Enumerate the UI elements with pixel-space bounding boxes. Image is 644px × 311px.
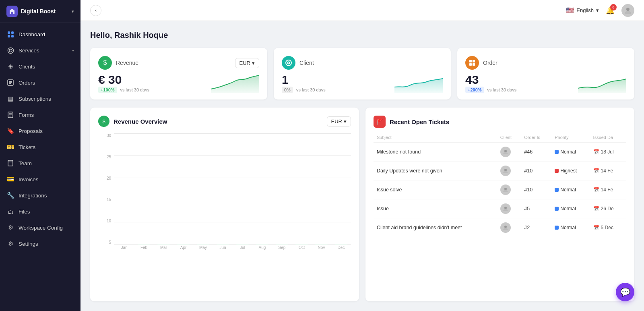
client-badge: 0%	[282, 87, 293, 93]
calendar-icon-3: 📅	[593, 187, 599, 193]
sidebar-item-settings[interactable]: ⚙ Settings	[0, 236, 80, 252]
revenue-overview-card: $ Revenue Overview EUR ▾ 30 25 20	[90, 108, 359, 301]
sidebar-item-clients[interactable]: ⊕ Clients	[0, 58, 80, 75]
avatar	[500, 185, 511, 195]
svg-rect-18	[469, 60, 472, 62]
date-cell-2: 📅 14 Fe	[593, 168, 623, 174]
sidebar-item-subscriptions[interactable]: ▤ Subscriptions	[0, 91, 80, 107]
workspace-icon: ⚙	[6, 224, 14, 232]
sidebar-item-orders[interactable]: Orders	[0, 75, 80, 91]
services-chevron-icon: ▾	[72, 48, 74, 53]
sidebar-label-forms: Forms	[19, 112, 74, 118]
sidebar-logo[interactable]: Digital Boost ▾	[0, 0, 80, 23]
y-label-15: 15	[107, 197, 111, 202]
subject-2: Daily Updates were not given	[374, 162, 497, 180]
bar-nov	[312, 244, 331, 245]
sidebar-item-tickets[interactable]: 🎫 Tickets	[0, 139, 80, 155]
client-footer: 0% vs last 30 days	[282, 87, 326, 93]
sidebar-item-team[interactable]: Team	[0, 155, 80, 171]
chart-card-header: $ Revenue Overview EUR ▾	[98, 116, 351, 127]
logo-chevron-icon: ▾	[72, 9, 74, 14]
order-badge: +200%	[465, 87, 484, 93]
sidebar-item-invoices[interactable]: 💳 Invoices	[0, 171, 80, 187]
table-row: Issue solve #10 Normal	[374, 180, 626, 199]
sidebar-item-proposals[interactable]: 🔖 Proposals	[0, 123, 80, 139]
tickets-header: 🚩 Recent Open Tickets	[374, 116, 626, 128]
priority-tag-1: Normal	[555, 149, 586, 155]
notifications-button[interactable]: 🔔 6	[604, 4, 617, 17]
order-id-1: #46	[521, 143, 551, 162]
stat-title-row-order: Order	[465, 56, 497, 70]
sidebar: Digital Boost ▾ Dashboard	[0, 0, 80, 311]
revenue-mini-chart	[211, 73, 259, 93]
settings-icon: ⚙	[6, 240, 14, 248]
page-content: Hello, Rashik Hoque $ Revenue EUR ▾	[80, 21, 644, 311]
svg-point-4	[8, 48, 13, 53]
revenue-currency-select[interactable]: EUR ▾	[235, 58, 259, 68]
files-icon: 🗂	[6, 207, 14, 216]
client-title: Client	[299, 60, 314, 66]
sidebar-label-subscriptions: Subscriptions	[19, 96, 74, 102]
priority-dot-4	[555, 207, 559, 211]
revenue-footer: +100% vs last 30 days	[98, 87, 149, 93]
subject-5: Client aid brand guidelines didn't meet	[374, 218, 497, 237]
tickets-card: 🚩 Recent Open Tickets Subject Client Ord…	[365, 108, 634, 301]
stat-card-header-client: Client	[282, 56, 443, 70]
sidebar-item-files[interactable]: 🗂 Files	[0, 203, 80, 220]
bottom-row: $ Revenue Overview EUR ▾ 30 25 20	[90, 108, 634, 301]
chat-fab-button[interactable]: 💬	[616, 283, 634, 301]
y-label-30: 30	[107, 133, 111, 138]
notifications-badge: 6	[610, 4, 617, 10]
page-greeting: Hello, Rashik Hoque	[90, 31, 634, 40]
client-icon	[282, 56, 295, 70]
x-aug: Aug	[252, 245, 272, 254]
priority-label-1: Normal	[560, 149, 576, 155]
date-value-5: 5 Dec	[601, 225, 613, 230]
x-may: May	[193, 245, 213, 254]
orders-icon	[6, 79, 14, 87]
sidebar-label-team: Team	[19, 160, 74, 166]
date-5: 📅 5 Dec	[590, 218, 626, 237]
client-mini-chart	[394, 73, 443, 93]
bar-aug	[252, 244, 272, 245]
sidebar-label-settings: Settings	[19, 241, 74, 247]
order-footer: +200% vs last 30 days	[465, 87, 516, 93]
bar-jun	[213, 244, 233, 245]
stat-title-row-revenue: $ Revenue	[98, 56, 138, 70]
user-avatar[interactable]	[621, 4, 634, 17]
y-label-25: 25	[107, 155, 111, 159]
sidebar-item-dashboard[interactable]: Dashboard	[0, 26, 80, 42]
sidebar-item-workspace[interactable]: ⚙ Workspace Config	[0, 220, 80, 236]
table-row: Daily Updates were not given #10 H	[374, 162, 626, 180]
chart-currency-label: EUR	[331, 118, 342, 124]
chart-currency-select[interactable]: EUR ▾	[327, 116, 351, 126]
sidebar-toggle-button[interactable]: ‹	[90, 5, 101, 16]
bar-oct	[292, 244, 312, 245]
client-avatar-1	[497, 143, 521, 162]
sidebar-item-forms[interactable]: Forms	[0, 107, 80, 123]
date-value-2: 14 Fe	[601, 168, 613, 174]
dashboard-icon	[6, 30, 14, 38]
chat-icon: 💬	[620, 287, 630, 297]
chart-select-chevron: ▾	[344, 118, 347, 124]
order-icon	[465, 56, 479, 70]
svg-point-24	[504, 188, 507, 190]
svg-point-22	[504, 150, 507, 152]
main-area: ‹ 🇺🇸 English ▾ 🔔 6 Hello, Rashik Hoque	[80, 0, 644, 311]
sidebar-label-orders: Orders	[19, 80, 74, 86]
sidebar-item-services[interactable]: Services ▾	[0, 42, 80, 58]
language-selector[interactable]: 🇺🇸 English ▾	[566, 6, 599, 14]
sidebar-item-integrations[interactable]: 🔧 Integrations	[0, 187, 80, 203]
x-feb: Feb	[134, 245, 154, 254]
revenue-select-chevron: ▾	[252, 60, 255, 66]
logo-icon	[6, 6, 18, 17]
table-header-row: Subject Client Order Id Priority Issued …	[374, 133, 626, 143]
sidebar-label-services: Services	[19, 48, 68, 54]
date-value-4: 26 De	[601, 206, 614, 211]
date-4: 📅 26 De	[590, 199, 626, 218]
tickets-title: Recent Open Tickets	[390, 118, 449, 125]
x-sep: Sep	[272, 245, 292, 254]
bar-jul	[233, 244, 252, 245]
subscriptions-icon: ▤	[6, 95, 14, 103]
revenue-title: Revenue	[116, 60, 138, 66]
